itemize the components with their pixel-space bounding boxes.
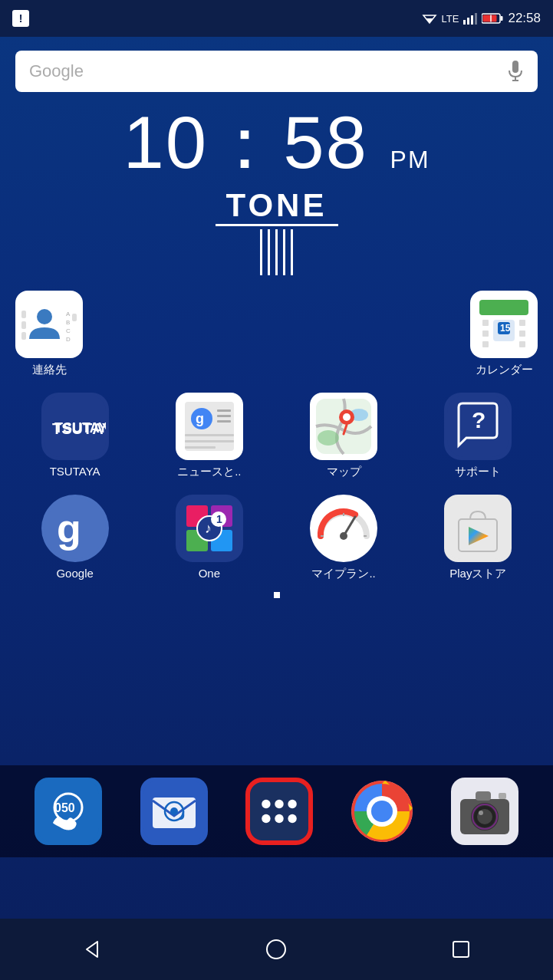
svg-text:C: C <box>66 327 71 334</box>
app-maps[interactable]: マップ <box>277 385 411 487</box>
svg-rect-101 <box>499 793 506 799</box>
news-label: ニュースと.. <box>177 465 241 479</box>
app-calendar[interactable]: 15 カレンダー <box>466 283 541 385</box>
svg-rect-100 <box>476 791 491 801</box>
dock-mail[interactable] <box>140 778 208 845</box>
dock: 050 <box>0 765 553 857</box>
svg-point-84 <box>262 800 271 808</box>
svg-text:1: 1 <box>216 513 222 525</box>
svg-rect-33 <box>482 341 489 347</box>
svg-text:?: ? <box>472 407 486 432</box>
app-myplan[interactable]: マイプラン.. <box>277 487 411 589</box>
status-left: ! <box>12 10 29 27</box>
back-button[interactable] <box>69 926 115 972</box>
svg-text:A: A <box>66 311 71 317</box>
recent-button[interactable] <box>438 926 484 972</box>
svg-rect-8 <box>483 15 497 22</box>
camera-icon <box>451 778 518 845</box>
svg-rect-34 <box>519 341 525 347</box>
app-one[interactable]: ♪ 1 One <box>142 487 276 589</box>
dock-phone050[interactable]: 050 <box>35 778 102 845</box>
tone-logo: TONE <box>0 187 553 275</box>
app-google[interactable]: g Google <box>8 487 142 589</box>
svg-rect-39 <box>185 402 234 451</box>
dock-app-drawer[interactable] <box>245 778 313 845</box>
wifi-icon <box>422 12 437 25</box>
myplan-icon <box>310 495 377 562</box>
pillar-4 <box>283 229 285 275</box>
home-button[interactable] <box>253 926 299 972</box>
svg-text:D: D <box>66 336 71 343</box>
playstore-label: Playストア <box>449 567 506 581</box>
app-row-1: A B C D 連絡先 <box>0 275 553 385</box>
app-contacts[interactable]: A B C D 連絡先 <box>12 283 87 385</box>
svg-rect-29 <box>482 320 489 326</box>
svg-rect-47 <box>185 446 216 449</box>
signal-icon <box>463 12 477 25</box>
app-tsutaya[interactable]: TSUТAYA TSUTAYA TSUTAYA <box>8 385 142 487</box>
page-dot <box>274 592 280 598</box>
tone-text: TONE <box>0 187 553 224</box>
svg-rect-2 <box>463 20 466 25</box>
svg-rect-14 <box>21 311 26 318</box>
svg-rect-4 <box>471 15 473 25</box>
clock-time: 10：58 PM <box>0 106 553 179</box>
svg-rect-15 <box>21 321 26 329</box>
svg-point-99 <box>479 811 483 815</box>
google-label: Google <box>56 567 93 580</box>
phone050-icon: 050 <box>35 778 102 845</box>
app-playstore[interactable]: Playストア <box>411 487 545 589</box>
pillar-3 <box>275 229 278 275</box>
svg-point-87 <box>262 814 271 823</box>
one-icon: ♪ 1 <box>176 495 243 562</box>
status-time: 22:58 <box>508 11 541 26</box>
svg-rect-42 <box>217 409 231 412</box>
svg-text:TSUTAYA: TSUTAYA <box>54 420 106 436</box>
svg-point-53 <box>343 413 351 421</box>
svg-point-50 <box>318 430 339 446</box>
microphone-icon[interactable] <box>507 61 524 82</box>
tsutaya-icon: TSUТAYA TSUTAYA <box>41 393 109 460</box>
svg-rect-17 <box>72 314 77 321</box>
google-icon: g <box>41 495 109 562</box>
dock-camera[interactable] <box>451 778 518 845</box>
svg-text:g: g <box>57 506 81 551</box>
app-row-3: g Google ♪ 1 <box>8 487 545 589</box>
app-row-2: TSUТAYA TSUTAYA TSUTAYA g <box>8 385 545 487</box>
svg-point-85 <box>275 800 284 808</box>
tone-pillar <box>0 229 553 275</box>
svg-rect-44 <box>217 420 231 423</box>
svg-point-86 <box>288 800 297 808</box>
svg-rect-105 <box>453 942 469 957</box>
dock-chrome[interactable] <box>351 781 413 842</box>
svg-marker-1 <box>426 18 433 23</box>
svg-rect-45 <box>185 434 234 436</box>
svg-rect-83 <box>250 782 308 840</box>
svg-rect-43 <box>217 415 231 417</box>
search-placeholder: Google <box>29 61 84 81</box>
one-label: One <box>199 567 220 580</box>
svg-point-22 <box>37 309 52 324</box>
svg-point-104 <box>267 940 285 959</box>
svg-rect-24 <box>479 300 528 315</box>
page-indicator <box>0 592 553 598</box>
calendar-label: カレンダー <box>476 363 533 377</box>
svg-text:♪: ♪ <box>205 521 212 536</box>
maps-label: マップ <box>327 465 361 479</box>
app-drawer-icon <box>245 778 313 845</box>
support-label: サポート <box>455 465 501 479</box>
svg-text:B: B <box>66 319 70 326</box>
svg-point-89 <box>288 814 297 823</box>
svg-rect-5 <box>475 13 477 25</box>
myplan-label: マイプラン.. <box>311 567 375 581</box>
app-news[interactable]: g ニュースと.. <box>142 385 276 487</box>
playstore-icon <box>444 495 512 562</box>
chrome-icon <box>351 781 413 842</box>
svg-point-82 <box>170 807 178 815</box>
tsutaya-label: TSUTAYA <box>50 465 100 478</box>
svg-rect-46 <box>185 440 234 442</box>
search-bar[interactable]: Google <box>15 51 538 92</box>
nav-bar <box>0 919 553 980</box>
notification-icon: ! <box>12 10 29 27</box>
app-support[interactable]: ? サポート <box>411 385 545 487</box>
